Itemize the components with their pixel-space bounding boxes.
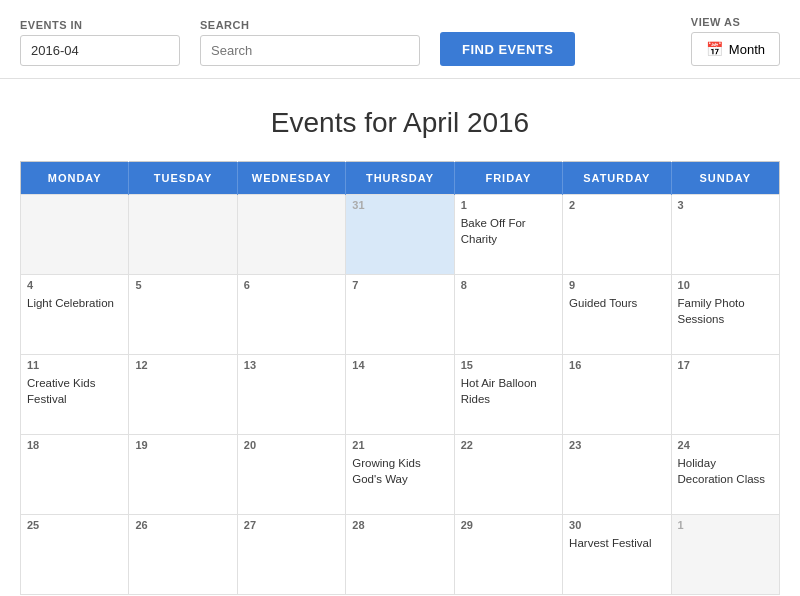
event-text[interactable]: Hot Air Balloon Rides	[461, 377, 537, 405]
view-as-section: VIEW AS 📅 Month	[691, 16, 780, 66]
calendar-day-cell: 20	[237, 435, 345, 515]
calendar-day-cell: 12	[129, 355, 237, 435]
search-field: SEARCH	[200, 19, 420, 66]
view-as-option: Month	[729, 42, 765, 57]
day-number: 15	[461, 359, 556, 371]
calendar-header-cell: FRIDAY	[454, 162, 562, 195]
calendar-icon: 📅	[706, 41, 723, 57]
day-number: 17	[678, 359, 773, 371]
view-as-label: VIEW AS	[691, 16, 780, 28]
calendar-day-cell: 28	[346, 515, 454, 595]
calendar-day-cell[interactable]: 1Bake Off For Charity	[454, 195, 562, 275]
day-number: 31	[352, 199, 447, 211]
calendar-day-cell: 5	[129, 275, 237, 355]
calendar-day-cell[interactable]: 9Guided Tours	[563, 275, 671, 355]
calendar-day-cell: 23	[563, 435, 671, 515]
calendar-day-cell: 29	[454, 515, 562, 595]
day-number: 29	[461, 519, 556, 531]
calendar-day-cell: 25	[21, 515, 129, 595]
calendar-header-cell: THURSDAY	[346, 162, 454, 195]
events-in-input[interactable]	[20, 35, 180, 66]
day-number: 8	[461, 279, 556, 291]
events-in-field: EVENTS IN	[20, 19, 180, 66]
event-text[interactable]: Creative Kids Festival	[27, 377, 95, 405]
event-text[interactable]: Light Celebration	[27, 297, 114, 309]
calendar-week-row: 11Creative Kids Festival12131415Hot Air …	[21, 355, 780, 435]
day-number: 1	[461, 199, 556, 211]
calendar-week-row: 18192021Growing Kids God's Way222324Holi…	[21, 435, 780, 515]
calendar-day-cell[interactable]: 4Light Celebration	[21, 275, 129, 355]
day-number: 7	[352, 279, 447, 291]
day-number: 14	[352, 359, 447, 371]
calendar-day-cell[interactable]: 24Holiday Decoration Class	[671, 435, 779, 515]
day-number: 24	[678, 439, 773, 451]
calendar-day-cell: 22	[454, 435, 562, 515]
header-row: MONDAYTUESDAYWEDNESDAYTHURSDAYFRIDAYSATU…	[21, 162, 780, 195]
day-number: 1	[678, 519, 773, 531]
day-number: 23	[569, 439, 664, 451]
calendar-day-cell: 18	[21, 435, 129, 515]
day-number: 20	[244, 439, 339, 451]
calendar-day-cell: 26	[129, 515, 237, 595]
calendar-header-cell: TUESDAY	[129, 162, 237, 195]
calendar-day-cell: 3	[671, 195, 779, 275]
day-number: 10	[678, 279, 773, 291]
event-text[interactable]: Harvest Festival	[569, 537, 651, 549]
day-number: 16	[569, 359, 664, 371]
day-number: 12	[135, 359, 230, 371]
event-text[interactable]: Holiday Decoration Class	[678, 457, 766, 485]
day-number: 9	[569, 279, 664, 291]
calendar-day-cell: 27	[237, 515, 345, 595]
day-number: 26	[135, 519, 230, 531]
day-number: 22	[461, 439, 556, 451]
calendar-day-cell	[129, 195, 237, 275]
calendar-day-cell: 8	[454, 275, 562, 355]
calendar-header-cell: WEDNESDAY	[237, 162, 345, 195]
find-events-button[interactable]: FIND EVENTS	[440, 32, 575, 66]
calendar-header-cell: MONDAY	[21, 162, 129, 195]
calendar-day-cell[interactable]: 30Harvest Festival	[563, 515, 671, 595]
day-number: 28	[352, 519, 447, 531]
calendar-day-cell[interactable]: 10Family Photo Sessions	[671, 275, 779, 355]
day-number: 19	[135, 439, 230, 451]
calendar-day-cell: 6	[237, 275, 345, 355]
calendar-week-row: 252627282930Harvest Festival1	[21, 515, 780, 595]
day-number: 30	[569, 519, 664, 531]
day-number: 21	[352, 439, 447, 451]
calendar-week-row: 311Bake Off For Charity23	[21, 195, 780, 275]
day-number: 5	[135, 279, 230, 291]
event-text[interactable]: Growing Kids God's Way	[352, 457, 420, 485]
day-number: 2	[569, 199, 664, 211]
calendar-day-cell: 7	[346, 275, 454, 355]
calendar-day-cell[interactable]: 21Growing Kids God's Way	[346, 435, 454, 515]
calendar-day-cell	[21, 195, 129, 275]
calendar-day-cell[interactable]: 11Creative Kids Festival	[21, 355, 129, 435]
calendar-day-cell: 19	[129, 435, 237, 515]
search-input[interactable]	[200, 35, 420, 66]
calendar-header-cell: SUNDAY	[671, 162, 779, 195]
calendar-day-cell: 13	[237, 355, 345, 435]
calendar-day-cell: 2	[563, 195, 671, 275]
calendar-header-cell: SATURDAY	[563, 162, 671, 195]
calendar-header: MONDAYTUESDAYWEDNESDAYTHURSDAYFRIDAYSATU…	[21, 162, 780, 195]
event-text[interactable]: Family Photo Sessions	[678, 297, 745, 325]
day-number: 11	[27, 359, 122, 371]
event-text[interactable]: Bake Off For Charity	[461, 217, 526, 245]
day-number: 13	[244, 359, 339, 371]
view-as-button[interactable]: 📅 Month	[691, 32, 780, 66]
page-title: Events for April 2016	[0, 79, 800, 161]
calendar-day-cell	[237, 195, 345, 275]
calendar-wrapper: MONDAYTUESDAYWEDNESDAYTHURSDAYFRIDAYSATU…	[0, 161, 800, 596]
day-number: 6	[244, 279, 339, 291]
calendar-day-cell[interactable]: 15Hot Air Balloon Rides	[454, 355, 562, 435]
search-label: SEARCH	[200, 19, 420, 31]
day-number: 27	[244, 519, 339, 531]
day-number: 18	[27, 439, 122, 451]
day-number: 3	[678, 199, 773, 211]
calendar-week-row: 4Light Celebration56789Guided Tours10Fam…	[21, 275, 780, 355]
calendar-day-cell: 14	[346, 355, 454, 435]
calendar-body: 311Bake Off For Charity234Light Celebrat…	[21, 195, 780, 595]
event-text[interactable]: Guided Tours	[569, 297, 637, 309]
calendar-day-cell: 31	[346, 195, 454, 275]
day-number: 25	[27, 519, 122, 531]
